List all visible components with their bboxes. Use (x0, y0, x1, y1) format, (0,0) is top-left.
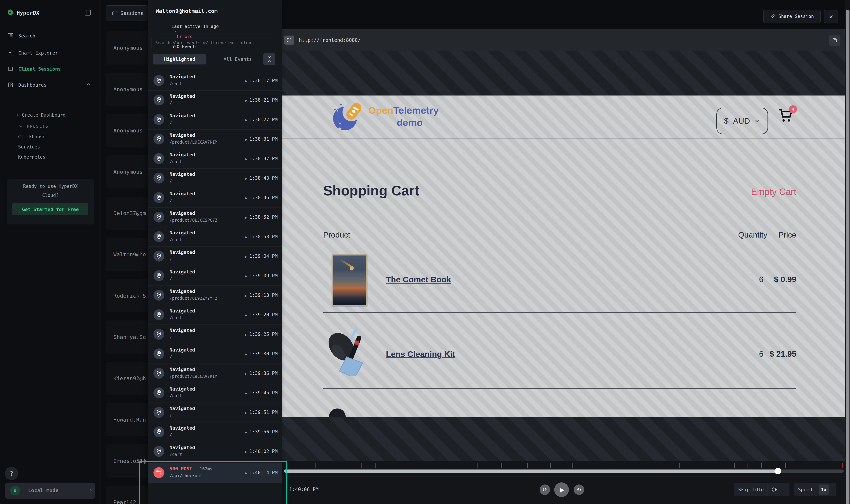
play-button[interactable]: ▶ (554, 482, 569, 497)
map-pin-icon (154, 173, 164, 183)
event-title: Navigated (170, 211, 195, 216)
play-from-here-icon: ▶ (245, 391, 247, 395)
event-row[interactable]: Navigated /product/L9ECAV7KIM ▶1:38:31 P… (148, 130, 282, 149)
close-button[interactable]: ✕ (824, 10, 838, 23)
progress-track[interactable] (284, 469, 844, 473)
event-row[interactable]: Navigated / ▶1:39:25 PM (148, 325, 282, 344)
progress-knob[interactable] (775, 468, 781, 474)
copy-url-button[interactable] (829, 35, 840, 46)
event-row[interactable]: Navigated / ▶1:38:43 PM (148, 169, 282, 188)
event-time[interactable]: ▶1:38:21 PM (245, 97, 278, 103)
event-row[interactable]: Navigated /cart ▶1:38:37 PM (148, 149, 282, 169)
event-time[interactable]: ▶1:39:25 PM (245, 331, 278, 337)
expand-replay-button[interactable] (284, 36, 294, 44)
forward-button[interactable]: ↻ (574, 485, 584, 495)
play-from-here-icon: ▶ (245, 313, 247, 317)
presets-toggle[interactable]: PRESETS (18, 124, 49, 129)
map-pin-icon (154, 75, 164, 86)
event-row[interactable]: Navigated / ▶1:39:30 PM (148, 344, 282, 364)
play-from-here-icon: ▶ (245, 138, 247, 141)
event-row-error-console[interactable]: console.error Unexpected token 'I'… ▶1:4… (148, 503, 282, 504)
map-pin-icon (154, 290, 164, 301)
timeline-tick (747, 463, 747, 468)
event-time[interactable]: ▶1:40:14 PM (245, 470, 278, 475)
event-title: Navigated (170, 250, 195, 255)
event-time[interactable]: ▶1:39:45 PM (245, 390, 278, 395)
event-time[interactable]: ▶1:38:58 PM (245, 234, 278, 239)
event-row[interactable]: Navigated / ▶1:39:51 PM (148, 403, 282, 422)
event-row[interactable]: Navigated /cart ▶1:39:45 PM (148, 383, 282, 403)
tab-highlighted[interactable]: Highlighted (153, 54, 206, 65)
collapse-events-button[interactable] (263, 53, 275, 65)
tab-all-events[interactable]: All Events (217, 54, 259, 65)
event-row-error-network[interactable]: 500 POST · 162ms /api/checkout ▶1:40:14 … (148, 463, 282, 483)
event-row[interactable]: Navigated /product/6E92ZMYYFZ ▶1:39:13 P… (148, 286, 282, 305)
rewind-button[interactable]: ↺ (540, 485, 550, 495)
share-session-button[interactable]: Share Session (763, 10, 820, 23)
product-link[interactable]: Lens Cleaning Kit (386, 349, 455, 359)
help-button[interactable]: ? (5, 467, 18, 480)
sessions-tab-button[interactable]: Sessions (106, 5, 148, 21)
event-row[interactable]: Navigated / ▶1:39:09 PM (148, 266, 282, 286)
event-title: Navigated (170, 74, 195, 79)
event-row[interactable]: Navigated /cart ▶1:40:02 PM (148, 442, 282, 462)
brand-title: OpenTelemetry (368, 105, 439, 116)
event-row[interactable]: Navigated /cart ▶1:38:17 PM (148, 71, 282, 91)
event-time[interactable]: ▶1:38:52 PM (245, 214, 278, 220)
create-dashboard-button[interactable]: + Create Dashboard (16, 112, 66, 118)
cloud-promo-text: Ready to use HyperDX (7, 184, 94, 189)
scrollbar-thumb[interactable] (846, 10, 849, 504)
event-time[interactable]: ▶1:38:46 PM (245, 195, 278, 200)
event-time[interactable]: ▶1:38:43 PM (245, 175, 278, 181)
event-row[interactable]: Navigated / ▶1:39:56 PM (148, 422, 282, 442)
map-pin-icon (154, 388, 164, 398)
event-row[interactable]: Navigated / ▶1:38:27 PM (148, 110, 282, 130)
preset-services[interactable]: Services (18, 144, 40, 149)
event-time[interactable]: ▶1:39:30 PM (245, 351, 278, 356)
event-time[interactable]: ▶1:38:17 PM (245, 78, 278, 83)
local-mode-button[interactable]: U Local mode › (5, 483, 95, 499)
scrollbar[interactable] (845, 0, 850, 504)
event-time[interactable]: ▶1:39:20 PM (245, 312, 278, 317)
event-time[interactable]: ▶1:39:09 PM (245, 273, 278, 278)
event-row[interactable]: Navigated /product/OLJCESPC7Z ▶1:38:52 P… (148, 208, 282, 227)
sidebar-item-dashboards[interactable]: Dashboards (0, 78, 100, 91)
event-path: /cart (170, 81, 182, 86)
cart-button[interactable]: 4 (778, 108, 799, 129)
event-time[interactable]: ▶1:38:37 PM (245, 156, 278, 161)
event-search-input[interactable] (152, 37, 275, 49)
product-link[interactable]: The Comet Book (386, 275, 451, 284)
event-time[interactable]: ▶1:39:04 PM (245, 253, 278, 259)
play-from-here-icon: ▶ (245, 333, 247, 337)
event-time[interactable]: ▶1:38:31 PM (245, 136, 278, 142)
maximize-icon (287, 37, 292, 43)
event-row[interactable]: Navigated / ▶1:38:21 PM (148, 91, 282, 110)
get-started-button[interactable]: Get Started for Free (12, 203, 88, 215)
skip-idle-toggle-icon[interactable] (771, 487, 778, 492)
sidebar-item-chart-explorer[interactable]: Chart Explorer (0, 46, 100, 59)
event-time[interactable]: ▶1:39:36 PM (245, 371, 278, 376)
event-row[interactable]: Navigated /product/L9ECAV7KIM ▶1:39:36 P… (148, 364, 282, 383)
event-time[interactable]: ▶1:39:56 PM (245, 429, 278, 434)
sidebar-item-search[interactable]: Search (0, 29, 100, 42)
event-row[interactable]: Navigated / ▶1:38:46 PM (148, 188, 282, 208)
preset-clickhouse[interactable]: Clickhouse (18, 134, 46, 140)
event-row[interactable]: Navigated / ▶1:39:04 PM (148, 247, 282, 266)
event-time[interactable]: ▶1:40:02 PM (245, 449, 278, 454)
event-path: / (170, 413, 172, 418)
event-time[interactable]: ▶1:39:51 PM (245, 410, 278, 415)
cloud-promo-card: Ready to use HyperDX Cloud? Get Started … (7, 179, 94, 224)
event-row[interactable]: Navigated /cart ▶1:38:58 PM (148, 227, 282, 247)
event-time[interactable]: ▶1:38:27 PM (245, 117, 278, 122)
collapse-sidebar-icon[interactable] (84, 10, 91, 16)
sidebar-item-client-sessions[interactable]: Client Sessions (0, 62, 100, 75)
speed-value-button[interactable]: 1x (819, 485, 829, 494)
sidebar-divider (0, 94, 100, 94)
empty-cart-button[interactable]: Empty Cart (727, 186, 796, 197)
preset-kubernetes[interactable]: Kubernetes (18, 155, 46, 160)
hyperdx-app: HyperDX Search Chart Explorer Client Ses… (0, 0, 850, 504)
play-from-here-icon: ▶ (245, 98, 247, 102)
currency-select[interactable]: $ AUD (716, 108, 768, 134)
event-row[interactable]: Navigated /cart ▶1:39:20 PM (148, 305, 282, 325)
event-time[interactable]: ▶1:39:13 PM (245, 292, 278, 298)
